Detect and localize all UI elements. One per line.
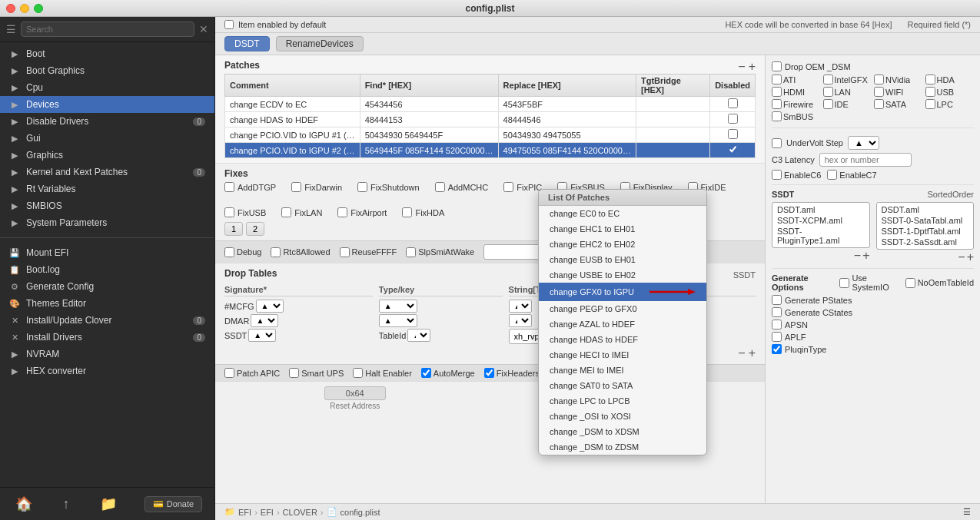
patches-dropdown-menu[interactable]: List Of Patches change EC0 to EC change … (538, 189, 707, 455)
dt-sig-dmar-select[interactable]: ▲ (251, 314, 278, 327)
sidebar-item-hex-converter[interactable]: ▶ HEX converter (0, 363, 214, 379)
cb-ide-checkbox[interactable] (823, 99, 833, 109)
remove-patch-button[interactable]: − (738, 61, 745, 73)
dropdown-item[interactable]: change _DSM to XDSM (539, 424, 706, 439)
enable-c6-checkbox[interactable] (772, 170, 782, 180)
sidebar-item-boot-graphics[interactable]: ▶ Boot Graphics (0, 62, 214, 79)
ssdt-sorted-item[interactable]: SSDT-2-SaSsdt.aml (879, 237, 972, 247)
fix-FixAirport-checkbox[interactable] (337, 207, 347, 217)
cb-smbus-checkbox[interactable] (772, 111, 782, 121)
dropdown-item[interactable]: change AZAL to HDEF (539, 316, 706, 332)
sidebar-item-boot-log[interactable]: 📋 Boot.log (0, 261, 214, 278)
dropdown-item[interactable]: change MEI to IMEI (539, 363, 706, 378)
sidebar-item-devices[interactable]: ▶ Devices (0, 96, 214, 113)
gen-pstates-checkbox[interactable] (772, 295, 782, 305)
cb-sata-checkbox[interactable] (874, 99, 884, 109)
fix-FixPIC-checkbox[interactable] (503, 182, 513, 192)
ssdt-item[interactable]: DSDT.aml (774, 204, 868, 215)
fix-FixUSB-checkbox[interactable] (224, 207, 234, 217)
patch-disabled[interactable] (710, 128, 756, 143)
tab-dsdt[interactable]: DSDT (224, 36, 270, 51)
cb-hdmi-checkbox[interactable] (772, 87, 782, 97)
reset-address-input[interactable] (324, 386, 386, 400)
ssdt-right-remove[interactable]: − (958, 251, 965, 263)
sidebar-item-rt-variables[interactable]: ▶ Rt Variables (0, 181, 214, 197)
sidebar-item-kernel-kext[interactable]: ▶ Kernel and Kext Patches 0 (0, 164, 214, 181)
ssdt-sorted-item[interactable]: DSDT.aml (879, 204, 972, 215)
cb-nvidia-checkbox[interactable] (874, 75, 884, 84)
auto-merge-checkbox[interactable] (421, 368, 431, 378)
debug-checkbox[interactable] (224, 247, 234, 257)
page-1-button[interactable]: 1 (224, 222, 243, 236)
dt-remove-button[interactable]: − (738, 347, 745, 359)
ssdt-item[interactable]: SSDT-PluginType1.aml (774, 226, 868, 246)
halt-enabler-checkbox[interactable] (353, 368, 363, 378)
patch-disabled[interactable] (710, 97, 756, 112)
dropdown-item[interactable]: change EUSB to EH01 (539, 252, 706, 267)
sidebar-item-graphics[interactable]: ▶ Graphics (0, 147, 214, 164)
dropdown-item[interactable]: change PEGP to GFX0 (539, 301, 706, 316)
cb-intelgfx-checkbox[interactable] (823, 75, 833, 84)
clear-search-icon[interactable]: ✕ (199, 23, 208, 35)
sidebar-item-disable-drivers[interactable]: ▶ Disable Drivers 0 (0, 113, 214, 130)
drop-oem-checkbox[interactable] (772, 61, 782, 71)
add-patch-button[interactable]: + (749, 61, 756, 73)
cb-ati-checkbox[interactable] (772, 75, 782, 84)
cb-firewire-checkbox[interactable] (772, 99, 782, 109)
maximize-button[interactable] (34, 4, 43, 13)
cb-lan-checkbox[interactable] (823, 87, 833, 97)
fix-headers-checkbox[interactable] (484, 368, 494, 378)
patch-apic-checkbox[interactable] (224, 368, 234, 378)
patch-disabled[interactable] (710, 143, 756, 158)
share-button[interactable]: ↑ (59, 493, 72, 515)
dropdown-item-selected[interactable]: change GFX0 to IGPU (539, 283, 706, 301)
sidebar-item-install-update[interactable]: ✕ Install/Update Clover 0 (0, 312, 214, 329)
fix-AddMCHC-checkbox[interactable] (435, 182, 445, 192)
sidebar-item-generate-config[interactable]: ⚙ Generate Config (0, 278, 214, 295)
reuse-ffff-checkbox[interactable] (340, 247, 350, 257)
dropdown-item[interactable]: change HDAS to HDEF (539, 332, 706, 347)
ssdt-sorted-item[interactable]: SSDT-1-DptfTabl.aml (879, 226, 972, 237)
dropdown-item[interactable]: change SAT0 to SATA (539, 378, 706, 393)
dropdown-item[interactable]: change _DSM to ZDSM (539, 439, 706, 455)
sidebar-item-nvram[interactable]: ▶ NVRAM (0, 346, 214, 363)
dropdown-item[interactable]: change EHC2 to EH02 (539, 237, 706, 252)
ssdt-right-add[interactable]: + (967, 251, 974, 263)
sidebar-item-gui[interactable]: ▶ Gui (0, 130, 214, 147)
use-system-io-checkbox[interactable] (839, 278, 849, 288)
sidebar-item-install-drivers[interactable]: ✕ Install Drivers 0 (0, 329, 214, 346)
cb-lpc-checkbox[interactable] (925, 99, 935, 109)
smart-ups-checkbox[interactable] (289, 368, 299, 378)
rtc8allowed-checkbox[interactable] (271, 247, 281, 257)
table-row[interactable]: change PCIO.VID to IGPU #2 (… 5649445F 0… (225, 143, 756, 158)
sidebar-item-cpu[interactable]: ▶ Cpu (0, 79, 214, 96)
dropdown-item[interactable]: change LPC to LPCB (539, 393, 706, 409)
gen-aplf-checkbox[interactable] (772, 332, 782, 342)
dt-type-ssdt-select[interactable]: ▲ (407, 329, 430, 342)
dt-type-dmar-select[interactable]: ▲ (379, 314, 417, 327)
dt-type-mcfg-select[interactable]: ▲ (379, 300, 417, 313)
dropdown-item[interactable]: change HECI to IMEI (539, 347, 706, 363)
donate-button[interactable]: 💳 Donate (145, 496, 202, 512)
dt-add-button[interactable]: + (749, 347, 756, 359)
cb-hda-checkbox[interactable] (925, 75, 935, 84)
close-button[interactable] (6, 4, 15, 13)
no-oem-table-checkbox[interactable] (905, 278, 915, 288)
slp-smi-checkbox[interactable] (406, 247, 416, 257)
gen-apsn-checkbox[interactable] (772, 320, 782, 330)
patch-disabled[interactable] (710, 112, 756, 128)
page-2-button[interactable]: 2 (246, 222, 264, 236)
dropdown-item[interactable]: change EHC1 to EH01 (539, 221, 706, 237)
dropdown-item[interactable]: change USBE to EH02 (539, 267, 706, 283)
tab-rename-devices[interactable]: RenameDevices (276, 36, 364, 51)
table-row[interactable]: change ECDV to EC 45434456 4543F5BF (225, 97, 756, 112)
undervolt-select[interactable]: ▲ (848, 136, 879, 150)
table-row[interactable]: change HDAS to HDEF 48444153 48444546 (225, 112, 756, 128)
ssdt-item[interactable]: SSDT-XCPM.aml (774, 215, 868, 226)
breadcrumb-menu-icon[interactable]: ☰ (963, 507, 971, 517)
cb-usb-checkbox[interactable] (925, 87, 935, 97)
dt-str-dmar-select[interactable]: ▲ (509, 314, 532, 327)
home-button[interactable]: 🏠 (12, 492, 35, 515)
sidebar-item-system-parameters[interactable]: ▶ System Parameters (0, 214, 214, 231)
fix-FixHDA-checkbox[interactable] (402, 207, 412, 217)
